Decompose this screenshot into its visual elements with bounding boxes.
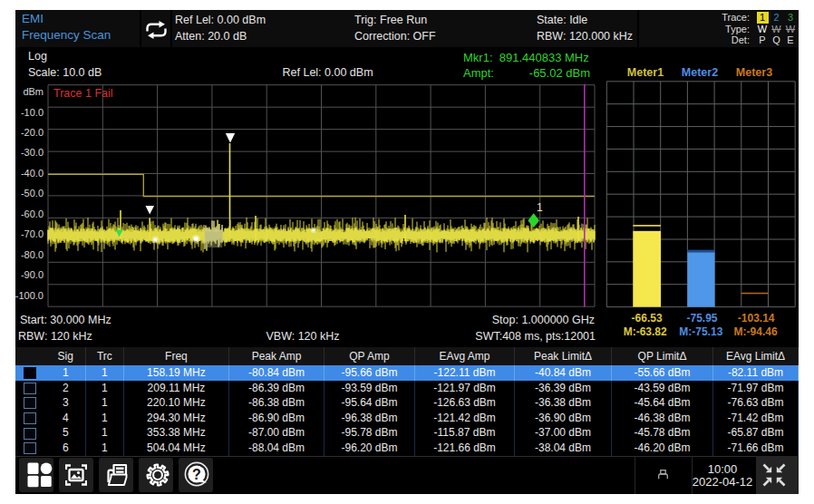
svg-text:?: ?: [192, 467, 201, 482]
